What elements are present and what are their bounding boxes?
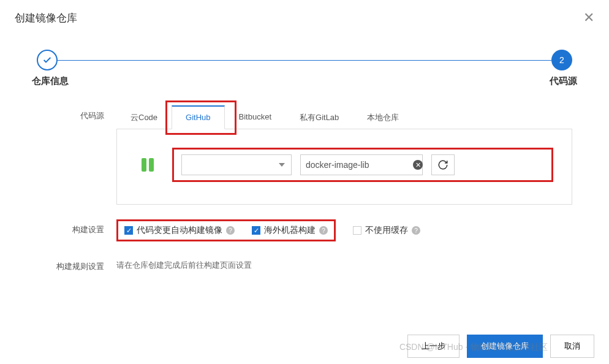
create-button[interactable]: 创建镜像仓库 [467,335,543,358]
chevron-down-icon [279,163,285,167]
refresh-button[interactable] [431,154,455,175]
stepper: 2 [0,25,609,70]
step-1-label: 仓库信息 [32,75,69,87]
checkbox-no-cache-label: 不使用缓存 [365,225,408,236]
tab-local[interactable]: 本地仓库 [353,105,413,129]
build-rules-label: 构建规则设置 [37,256,116,272]
cancel-button[interactable]: 取消 [550,335,594,358]
clear-icon[interactable]: ✕ [413,160,423,170]
repo-search-input[interactable] [306,160,413,170]
step-2-active: 2 [551,50,572,70]
checkbox-auto-build[interactable]: ✓ [124,226,133,235]
step-2-label: 代码源 [550,75,577,87]
build-settings-label: 构建设置 [37,219,116,235]
refresh-icon [437,159,448,170]
help-icon[interactable]: ? [226,226,235,235]
step-connector [58,60,551,61]
tab-bitbucket[interactable]: Bitbucket [225,105,286,129]
checkbox-overseas-label: 海外机器构建 [264,225,316,236]
checkbox-auto-build-label: 代码变更自动构建镜像 [137,225,222,236]
help-icon[interactable]: ? [319,226,328,235]
checkbox-overseas[interactable]: ✓ [252,226,260,235]
tab-cloudcode[interactable]: 云Code [116,105,172,129]
close-icon[interactable]: ✕ [583,11,594,25]
tab-private-gitlab[interactable]: 私有GitLab [286,105,353,129]
prev-button[interactable]: 上一步 [407,335,460,358]
help-icon[interactable]: ? [412,226,420,235]
build-rules-text: 请在仓库创建完成后前往构建页面设置 [116,256,572,271]
source-tabs: 云Code GitHub Bitbucket 私有GitLab 本地仓库 [116,105,572,129]
tab-github[interactable]: GitHub [172,105,224,129]
modal-title: 创建镜像仓库 [15,11,77,25]
avatar [135,153,160,177]
checkbox-no-cache[interactable] [353,226,361,235]
namespace-select[interactable] [181,154,292,175]
source-label: 代码源 [37,105,116,121]
step-1-done-icon [37,50,58,70]
